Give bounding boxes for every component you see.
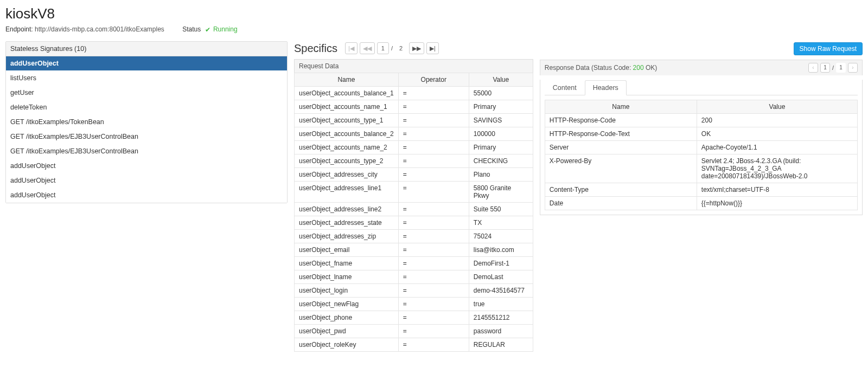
- pager-total: 2: [395, 42, 407, 54]
- table-row[interactable]: userObject_email=lisa@itko.com: [295, 243, 533, 256]
- table-row[interactable]: userObject_accounts_name_2=Primary: [295, 140, 533, 154]
- endpoint-value: http://davids-mbp.ca.com:8001/itkoExampl…: [35, 25, 164, 33]
- specifics-pager: |◀ ◀◀ 1 /2 ▶▶ ▶|: [345, 42, 439, 54]
- signature-item[interactable]: GET /itkoExamples/TokenBean: [6, 115, 287, 130]
- signature-item[interactable]: addUserObject: [6, 188, 287, 203]
- table-row[interactable]: userObject_accounts_type_1=SAVINGS: [295, 113, 533, 127]
- request-header: Request Data: [294, 59, 533, 73]
- pager-first-button[interactable]: |◀: [345, 42, 358, 54]
- show-raw-request-button[interactable]: Show Raw Request: [794, 42, 863, 55]
- page-title: kioskV8: [5, 5, 863, 22]
- pager-current: 1: [377, 42, 389, 54]
- table-row[interactable]: ServerApache-Coyote/1.1: [545, 140, 857, 154]
- table-row[interactable]: userObject_phone=2145551212: [295, 311, 533, 324]
- signature-item[interactable]: addUserObject: [6, 56, 287, 71]
- signatures-panel: Stateless Signatures (10) addUserObjectl…: [5, 41, 288, 203]
- table-row[interactable]: userObject_accounts_balance_1=55000: [295, 86, 533, 100]
- table-row[interactable]: userObject_addresses_line1=5800 Granite …: [295, 181, 533, 202]
- table-row[interactable]: userObject_addresses_line2=Suite 550: [295, 202, 533, 216]
- table-row[interactable]: userObject_accounts_name_1=Primary: [295, 100, 533, 113]
- table-row[interactable]: userObject_accounts_type_2=CHECKING: [295, 154, 533, 167]
- response-pager-current: 1: [820, 63, 830, 73]
- table-row[interactable]: userObject_roleKey=REGULAR: [295, 338, 533, 351]
- tab-headers[interactable]: Headers: [585, 80, 627, 95]
- signature-item[interactable]: deleteToken: [6, 100, 287, 115]
- response-col-value: Value: [697, 100, 857, 113]
- response-header-text: Response Data (Status Code: 200 OK): [545, 64, 657, 72]
- table-row[interactable]: userObject_addresses_zip=75024: [295, 229, 533, 243]
- response-pager: ‹ 1 /1 ›: [808, 63, 858, 73]
- signature-item[interactable]: getUser: [6, 86, 287, 100]
- request-col-value: Value: [469, 73, 533, 86]
- table-row[interactable]: Content-Typetext/xml;charset=UTF-8: [545, 183, 857, 196]
- table-row[interactable]: X-Powered-ByServlet 2.4; JBoss-4.2.3.GA …: [545, 154, 857, 183]
- signature-item[interactable]: listUsers: [6, 71, 287, 86]
- pager-last-button[interactable]: ▶|: [426, 42, 439, 54]
- table-row[interactable]: userObject_addresses_city=Plano: [295, 167, 533, 181]
- response-status-code: 200: [633, 64, 644, 72]
- request-col-operator: Operator: [398, 73, 469, 86]
- endpoint-label: Endpoint:: [5, 25, 33, 33]
- table-row[interactable]: userObject_lname=DemoLast: [295, 270, 533, 283]
- table-row[interactable]: userObject_pwd=password: [295, 324, 533, 338]
- signature-item[interactable]: GET /itkoExamples/EJB3UserControlBean: [6, 144, 287, 159]
- table-row[interactable]: HTTP-Response-Code200: [545, 113, 857, 127]
- pager-sep: /: [391, 45, 393, 51]
- signature-item[interactable]: addUserObject: [6, 173, 287, 188]
- check-icon: ✔: [205, 26, 210, 34]
- specifics-title: Specifics: [294, 42, 337, 55]
- table-row[interactable]: userObject_login=demo-435164577: [295, 283, 533, 297]
- table-row[interactable]: HTTP-Response-Code-TextOK: [545, 127, 857, 140]
- tab-content[interactable]: Content: [545, 80, 585, 95]
- status-value: Running: [213, 25, 238, 33]
- table-row[interactable]: userObject_newFlag=true: [295, 297, 533, 311]
- pager-prev-button[interactable]: ◀◀: [360, 42, 375, 54]
- table-row[interactable]: userObject_fname=DemoFirst-1: [295, 256, 533, 270]
- status-label: Status: [182, 25, 201, 33]
- response-col-name: Name: [545, 100, 697, 113]
- response-pager-prev-button[interactable]: ‹: [808, 63, 818, 73]
- table-row[interactable]: userObject_addresses_state=TX: [295, 216, 533, 229]
- response-header: Response Data (Status Code: 200 OK) ‹ 1 …: [540, 60, 863, 75]
- response-headers-table: Name Value HTTP-Response-Code200HTTP-Res…: [545, 100, 858, 210]
- endpoint-line: Endpoint: http://davids-mbp.ca.com:8001/…: [5, 25, 863, 34]
- request-col-name: Name: [295, 73, 399, 86]
- response-pager-total: 1: [836, 63, 846, 73]
- signature-item[interactable]: GET /itkoExamples/EJB3UserControlBean: [6, 130, 287, 144]
- request-table: Name Operator Value userObject_accounts_…: [294, 73, 533, 352]
- signatures-header: Stateless Signatures (10): [6, 42, 287, 56]
- table-row[interactable]: Date{{=httpNow()}}: [545, 196, 857, 210]
- request-header-text: Request Data: [299, 62, 339, 70]
- response-tabs: Content Headers: [545, 80, 858, 95]
- pager-next-button[interactable]: ▶▶: [409, 42, 424, 54]
- table-row[interactable]: userObject_accounts_balance_2=100000: [295, 127, 533, 140]
- signature-item[interactable]: addUserObject: [6, 159, 287, 173]
- response-pager-next-button[interactable]: ›: [848, 63, 858, 73]
